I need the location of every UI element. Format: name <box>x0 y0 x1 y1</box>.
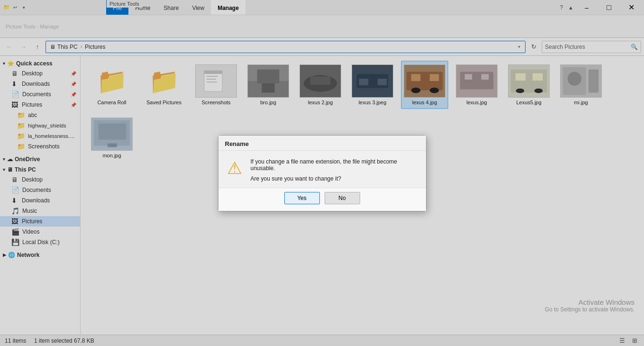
dialog-title: Rename <box>225 140 249 147</box>
modal-overlay: Rename ⚠ If you change a file name exten… <box>0 0 644 346</box>
dialog-body: ⚠ If you change a file name extension, t… <box>218 151 426 188</box>
dialog-yes-button[interactable]: Yes <box>284 192 320 204</box>
dialog-line1: If you change a file name extension, the… <box>251 158 419 172</box>
dialog-no-button[interactable]: No <box>325 192 360 204</box>
dialog-footer: Yes No <box>218 188 426 211</box>
dialog-text: If you change a file name extension, the… <box>251 158 419 182</box>
dialog-line2: Are you sure you want to change it? <box>251 175 419 182</box>
rename-dialog: Rename ⚠ If you change a file name exten… <box>218 135 426 211</box>
dialog-titlebar: Rename <box>218 136 426 151</box>
warning-icon: ⚠ <box>225 158 244 178</box>
